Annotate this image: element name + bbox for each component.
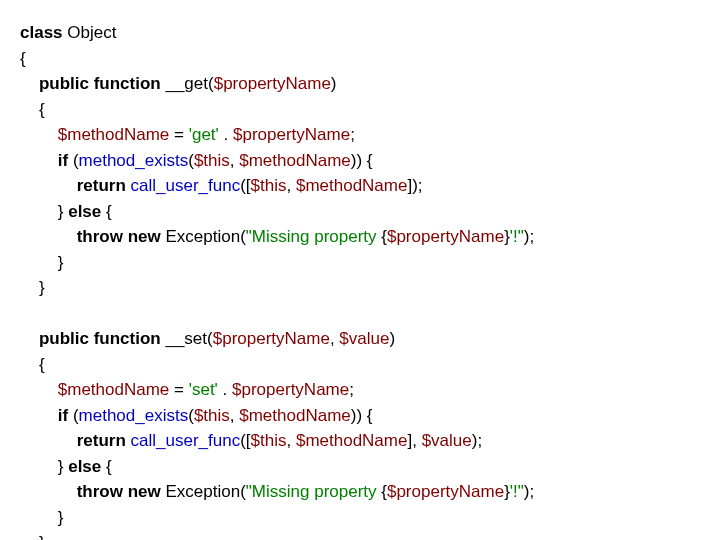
token-var: $value [422,431,472,450]
token-plain [20,380,58,399]
token-plain: , [330,329,339,348]
token-plain: ], [407,431,421,450]
token-plain [20,329,39,348]
token-plain: __get( [161,74,214,93]
code-line: } [20,275,700,301]
code-line: } [20,530,700,540]
token-kw: throw new [77,482,161,501]
code-line: { [20,97,700,123]
token-plain: ([ [240,431,250,450]
token-plain: { [20,100,45,119]
code-line: } [20,505,700,531]
code-block: class Object{ public function __get($pro… [20,20,700,540]
token-var: $methodName [296,176,408,195]
token-plain: , [230,406,239,425]
token-plain: } [20,457,68,476]
code-line: public function __set($propertyName, $va… [20,326,700,352]
token-plain [20,151,58,170]
token-plain: ) [389,329,395,348]
token-plain: )) { [351,406,373,425]
code-line: return call_user_func([$this, $methodNam… [20,173,700,199]
token-plain: ( [68,406,78,425]
token-kw: else [68,457,101,476]
token-kw: public function [39,329,161,348]
token-str: "Missing property [246,482,381,501]
token-var: $methodName [58,125,170,144]
token-var: $this [251,431,287,450]
token-plain [20,176,77,195]
token-plain: = [169,380,188,399]
token-var: $propertyName [214,74,331,93]
code-line: $methodName = 'set' . $propertyName; [20,377,700,403]
token-plain: . [219,125,233,144]
token-var: $methodName [239,151,351,170]
token-var: $this [251,176,287,195]
token-plain: . [218,380,232,399]
token-plain: { [20,49,26,68]
token-plain: } [20,508,63,527]
token-plain: ); [472,431,482,450]
code-line: throw new Exception("Missing property {$… [20,224,700,250]
token-fn: method_exists [79,406,189,425]
code-line: } else { [20,454,700,480]
token-str: 'set' [189,380,218,399]
token-plain: { [101,202,111,221]
token-plain: } [20,278,45,297]
token-plain [20,74,39,93]
code-line [20,301,700,327]
token-var: $this [194,151,230,170]
token-str: 'get' [189,125,219,144]
token-plain: ) [331,74,337,93]
token-plain: Exception( [161,227,246,246]
token-str: "Missing property [246,227,381,246]
token-plain: } [20,202,68,221]
token-var: $propertyName [232,380,349,399]
token-var: $methodName [58,380,170,399]
code-line: { [20,46,700,72]
token-plain [20,125,58,144]
token-var: $value [339,329,389,348]
token-plain: , [286,431,295,450]
token-var: $propertyName [387,227,504,246]
code-line: $methodName = 'get' . $propertyName; [20,122,700,148]
token-plain: = [169,125,188,144]
token-plain: { [101,457,111,476]
token-plain: Exception( [161,482,246,501]
token-var: $methodName [296,431,408,450]
token-fn: call_user_func [131,431,241,450]
code-line: if (method_exists($this, $methodName)) { [20,148,700,174]
token-plain: ( [68,151,78,170]
token-kw: class [20,23,63,42]
code-line: { [20,352,700,378]
token-fn: method_exists [79,151,189,170]
code-line: } [20,250,700,276]
token-plain: ; [350,125,355,144]
token-kw: if [58,151,68,170]
token-var: $propertyName [387,482,504,501]
token-plain [20,431,77,450]
token-plain: ([ [240,176,250,195]
code-line: return call_user_func([$this, $methodNam… [20,428,700,454]
token-plain: )) { [351,151,373,170]
token-var: $methodName [239,406,351,425]
token-fn: call_user_func [131,176,241,195]
token-plain: } [20,253,63,272]
token-str: '!" [510,482,524,501]
token-plain [20,227,77,246]
token-plain: , [286,176,295,195]
token-plain: ); [524,227,534,246]
token-str: '!" [510,227,524,246]
token-plain: ]); [407,176,422,195]
token-plain: ; [349,380,354,399]
code-line: } else { [20,199,700,225]
token-kw: throw new [77,227,161,246]
token-var: $this [194,406,230,425]
code-line: throw new Exception("Missing property {$… [20,479,700,505]
code-line: if (method_exists($this, $methodName)) { [20,403,700,429]
token-plain: ); [524,482,534,501]
token-var: $propertyName [233,125,350,144]
token-plain: Object [63,23,117,42]
token-plain [20,406,58,425]
token-plain: } [20,533,45,540]
token-kw: if [58,406,68,425]
